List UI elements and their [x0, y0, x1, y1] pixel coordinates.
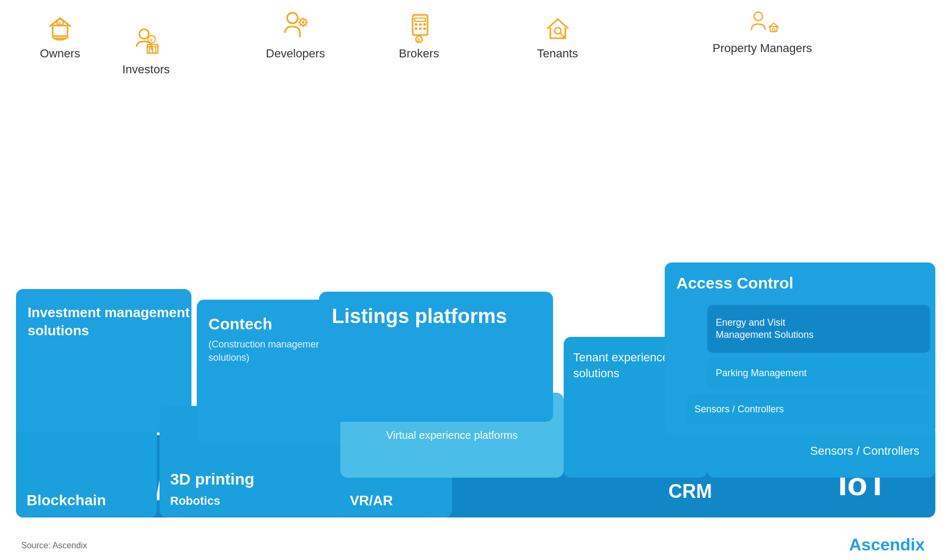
- printing3d-label: 3D printing: [170, 470, 254, 488]
- svg-point-11: [287, 13, 298, 23]
- svg-text:$: $: [150, 38, 153, 43]
- svg-rect-23: [415, 18, 425, 21]
- svg-rect-27: [415, 28, 417, 30]
- developers-label: Developers: [266, 47, 325, 61]
- svg-line-19: [305, 24, 306, 26]
- parking-nested-block: Parking Management: [707, 358, 930, 388]
- svg-line-21: [299, 24, 300, 26]
- energy-nested-label: Energy and VisitManagement Solutions: [716, 317, 814, 342]
- brand-accent: Ascendix: [849, 535, 925, 554]
- brand-text: Ascendix: [849, 535, 925, 555]
- diagram-container: $ Owners $: [0, 0, 946, 560]
- owners-label: Owners: [40, 47, 80, 61]
- investment-label: Investment management solutions: [28, 304, 191, 340]
- svg-point-13: [302, 21, 304, 24]
- owners-icon: $: [43, 11, 77, 47]
- access-control-block: Access Control Energy and VisitManagemen…: [665, 262, 935, 435]
- investors-label: Investors: [122, 63, 170, 77]
- energy-nested-block: Energy and VisitManagement Solutions: [707, 305, 930, 353]
- svg-text:$: $: [58, 21, 61, 26]
- blockchain-label: Blockchain: [27, 492, 106, 509]
- property-managers-icon: [746, 5, 780, 41]
- parking-nested-label: Parking Management: [716, 368, 807, 379]
- svg-line-20: [305, 19, 306, 20]
- svg-point-32: [555, 28, 561, 34]
- source-text: Source: Ascendix: [21, 541, 87, 550]
- svg-rect-0: [53, 26, 68, 36]
- sensors-nested-label: Sensors / Controllers: [694, 404, 784, 415]
- access-control-label: Access Control: [676, 274, 793, 292]
- tenants-icon: [541, 11, 575, 47]
- svg-point-36: [754, 12, 763, 21]
- sensors-nested-block: Sensors / Controllers: [686, 394, 930, 424]
- tenants-label: Tenants: [537, 47, 578, 61]
- crm-label: CRM: [668, 480, 712, 503]
- svg-line-33: [560, 33, 564, 37]
- svg-point-3: [139, 29, 149, 39]
- svg-line-18: [299, 19, 300, 20]
- svg-text:$: $: [417, 37, 420, 43]
- listings-label: Listings platforms: [332, 304, 507, 329]
- svg-rect-24: [415, 23, 417, 26]
- brokers-label: Brokers: [399, 47, 439, 61]
- svg-rect-29: [423, 28, 426, 30]
- property-managers-label: Property Managers: [713, 41, 812, 55]
- svg-rect-28: [419, 28, 422, 30]
- brokers-icon: $: [402, 11, 436, 47]
- developers-icon: [279, 11, 313, 47]
- sensors-label: Sensors / Controllers: [810, 444, 919, 458]
- robotics-label: Robotics: [170, 494, 220, 508]
- virtualexp-label: Virtual experience platforms: [386, 429, 518, 442]
- contech-label: Contech: [208, 315, 272, 334]
- vrar-label: VR/AR: [350, 493, 393, 509]
- svg-rect-25: [419, 23, 422, 26]
- investors-icon: $: [129, 27, 163, 63]
- svg-rect-26: [423, 23, 426, 26]
- listings-block: Listings platforms: [319, 292, 553, 422]
